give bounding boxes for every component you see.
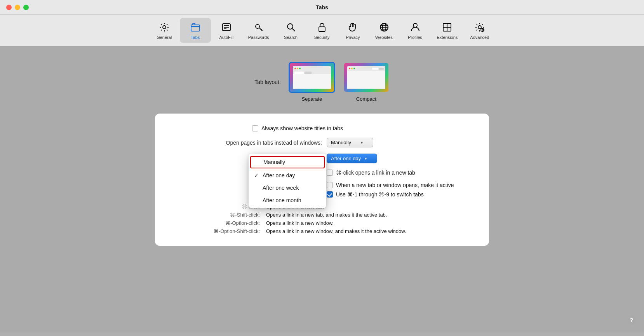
- toolbar-item-advanced[interactable]: Advanced: [464, 18, 495, 43]
- svg-line-8: [292, 29, 295, 32]
- cmd-tabs-checkbox[interactable]: [327, 191, 333, 198]
- shortcut-row-3: ⌘-Option-Shift-click: Opens a link in a …: [182, 228, 470, 234]
- svg-rect-18: [443, 23, 447, 27]
- always-titles-row: Always show website titles in tabs: [252, 125, 470, 131]
- dropdown-menu: Manually After one day After one week Af…: [249, 154, 326, 208]
- toolbar-item-privacy[interactable]: Privacy: [338, 18, 369, 43]
- search-label: Search: [284, 35, 298, 40]
- extensions-icon: [441, 21, 453, 33]
- make-active-checkbox[interactable]: [327, 182, 333, 188]
- privacy-label: Privacy: [346, 35, 360, 40]
- cmd-tabs-label: Use ⌘-1 through ⌘-9 to switch tabs: [336, 191, 424, 198]
- dropdown-item-after-one-month[interactable]: After one month: [249, 194, 326, 206]
- tab-layout-row: Tab layout:: [254, 62, 390, 102]
- toolbar-item-passwords[interactable]: Passwords: [242, 18, 275, 43]
- open-pages-label: Open pages in tabs instead of windows:: [174, 140, 322, 146]
- cmd-tabs-control: Use ⌘-1 through ⌘-9 to switch tabs: [327, 191, 424, 198]
- svg-rect-1: [191, 25, 200, 31]
- separate-label: Separate: [301, 96, 322, 102]
- toolbar-item-profiles[interactable]: Profiles: [400, 18, 431, 43]
- toolbar-item-extensions[interactable]: Extensions: [431, 18, 464, 43]
- auto-close-value: After one day: [331, 156, 361, 161]
- tab-thumb-separate: [289, 62, 335, 93]
- extensions-label: Extensions: [437, 35, 458, 40]
- shortcuts-section: ⌘-click: Opens a link in a new tab. ⌘-Sh…: [182, 204, 470, 234]
- tab-thumb-compact: [343, 62, 390, 93]
- make-active-control: When a new tab or window opens, make it …: [327, 182, 454, 188]
- tab-layout-options: Separate: [289, 62, 390, 102]
- autofill-icon: [220, 21, 233, 33]
- gear-icon: [158, 21, 171, 33]
- compact-label: Compact: [356, 96, 376, 102]
- advanced-label: Advanced: [470, 35, 489, 40]
- toolbar-item-security[interactable]: Security: [306, 18, 338, 43]
- title-bar: Tabs: [0, 0, 644, 15]
- maximize-button[interactable]: [23, 5, 29, 10]
- navigation-content: ⌘-click opens a link in a new tab: [327, 170, 415, 176]
- svg-rect-16: [443, 27, 447, 31]
- tabs-label: Tabs: [191, 35, 200, 40]
- security-label: Security: [314, 35, 330, 40]
- shortcut-desc-2: Opens a link in a new window.: [266, 220, 334, 226]
- svg-point-6: [256, 24, 259, 28]
- svg-point-7: [287, 24, 293, 29]
- window-title: Tabs: [316, 4, 328, 10]
- select-blue-arrow-icon: ▼: [364, 157, 367, 161]
- shortcut-row-1: ⌘-Shift-click: Opens a link in a new tab…: [182, 212, 470, 218]
- svg-rect-19: [447, 23, 451, 27]
- toolbar-item-tabs[interactable]: Tabs: [180, 18, 211, 43]
- lock-icon: [316, 21, 328, 33]
- cmd-tabs-row: Use ⌘-1 through ⌘-9 to switch tabs: [322, 191, 470, 198]
- svg-rect-17: [447, 27, 451, 31]
- dropdown-after-one-week-label: After one week: [263, 185, 299, 191]
- open-pages-select[interactable]: Manually ▼: [327, 138, 373, 147]
- always-titles-checkbox[interactable]: [252, 125, 258, 131]
- shortcut-key-1: ⌘-Shift-click:: [182, 212, 260, 218]
- search-icon: [285, 21, 297, 33]
- select-arrow-icon: ▼: [360, 141, 364, 145]
- navigation-checkbox[interactable]: [327, 170, 333, 176]
- shortcut-desc-3: Opens a link in a new window, and makes …: [266, 228, 406, 234]
- toolbar-item-general[interactable]: General: [149, 18, 180, 43]
- open-pages-row: Open pages in tabs instead of windows: M…: [174, 138, 470, 147]
- tab-option-compact[interactable]: Compact: [343, 62, 390, 102]
- svg-point-0: [163, 26, 166, 29]
- always-titles-label: Always show website titles in tabs: [261, 125, 343, 131]
- help-button[interactable]: ?: [627, 315, 636, 325]
- shortcut-key-2: ⌘-Option-click:: [182, 220, 260, 226]
- websites-label: Websites: [375, 35, 393, 40]
- person-icon: [409, 21, 421, 33]
- dropdown-item-after-one-day[interactable]: After one day: [249, 169, 326, 182]
- toolbar-item-websites[interactable]: Websites: [369, 18, 400, 43]
- tabs-icon: [189, 21, 202, 33]
- hand-icon: [347, 21, 359, 33]
- open-pages-value: Manually: [331, 140, 351, 145]
- autofill-label: AutoFill: [219, 35, 233, 40]
- dropdown-after-one-day-label: After one day: [263, 172, 295, 178]
- auto-close-control: After one day ▼: [327, 154, 377, 163]
- close-button[interactable]: [6, 5, 12, 10]
- toolbar-item-search[interactable]: Search: [275, 18, 306, 43]
- dropdown-item-after-one-week[interactable]: After one week: [249, 182, 326, 194]
- shortcut-row-2: ⌘-Option-click: Opens a link in a new wi…: [182, 220, 470, 226]
- auto-close-select[interactable]: After one day ▼: [327, 154, 377, 163]
- minimize-button[interactable]: [15, 5, 20, 10]
- globe-icon: [378, 21, 390, 33]
- toolbar: General Tabs AutoFill: [0, 15, 644, 46]
- toolbar-item-autofill[interactable]: AutoFill: [211, 18, 242, 43]
- shortcut-key-3: ⌘-Option-Shift-click:: [182, 228, 260, 234]
- window-controls: [6, 5, 29, 10]
- tab-layout-label: Tab layout:: [254, 79, 281, 85]
- advanced-gear-icon: [473, 21, 486, 33]
- tab-option-separate[interactable]: Separate: [289, 62, 335, 102]
- dropdown-item-manually[interactable]: Manually: [250, 156, 325, 168]
- svg-point-15: [413, 23, 417, 27]
- make-active-label: When a new tab or window opens, make it …: [336, 182, 454, 188]
- profiles-label: Profiles: [408, 35, 422, 40]
- svg-point-20: [478, 26, 481, 29]
- general-label: General: [157, 35, 172, 40]
- svg-rect-9: [319, 27, 325, 32]
- dropdown-manually-label: Manually: [263, 159, 285, 165]
- dropdown-after-one-month-label: After one month: [263, 197, 301, 203]
- key-icon: [252, 21, 265, 33]
